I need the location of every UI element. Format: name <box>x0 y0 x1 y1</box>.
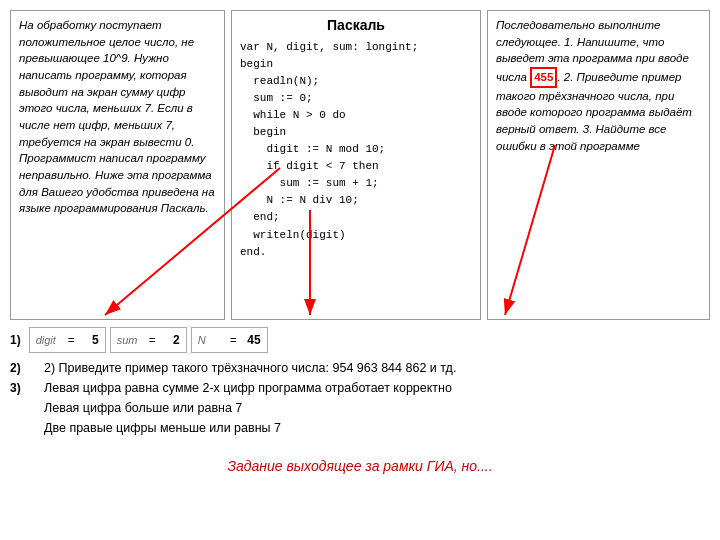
code-block: var N, digit, sum: longint; begin readln… <box>240 39 472 261</box>
var-box-n: N = 45 <box>191 327 268 353</box>
right-panel: Последовательно выполните следующее. 1. … <box>487 10 710 320</box>
vars-row: 1) digit = 5 sum = 2 N = 45 <box>10 326 710 354</box>
var-n-eq: = <box>230 333 237 347</box>
right-panel-text: Последовательно выполните следующее. 1. … <box>496 17 701 154</box>
code-line-5: while N > 0 do <box>240 107 472 124</box>
left-panel: На обработку поступает положительное цел… <box>10 10 225 320</box>
panel-title: Паскаль <box>240 17 472 33</box>
var-sum-label: sum <box>117 334 145 346</box>
var-digit-eq: = <box>68 333 75 347</box>
code-line-2: begin <box>240 56 472 73</box>
var-n-val: 45 <box>241 333 261 347</box>
middle-panel: Паскаль var N, digit, sum: longint; begi… <box>231 10 481 320</box>
code-line-3: readln(N); <box>240 73 472 90</box>
code-line-13: end. <box>240 244 472 261</box>
num-label-1: 1) <box>10 333 21 347</box>
var-sum-eq: = <box>149 333 156 347</box>
bottom-task: Задание выходящее за рамки ГИА, но.... <box>10 458 710 474</box>
code-line-9: sum := sum + 1; <box>240 175 472 192</box>
top-section: На обработку поступает положительное цел… <box>10 10 710 320</box>
bottom-task-text: Задание выходящее за рамки ГИА, но.... <box>227 458 492 474</box>
var-digit-label: digit <box>36 334 64 346</box>
num-2: 2) <box>10 358 38 378</box>
numbered-section: 2) 3) 2) Приведите пример такого трёхзна… <box>10 358 710 438</box>
num-labels-col: 2) 3) <box>10 358 38 438</box>
code-line-4: sum := 0; <box>240 90 472 107</box>
text-section: 2) Приведите пример такого трёхзначного … <box>44 358 710 438</box>
item2-line1: 2) Приведите пример такого трёхзначного … <box>44 358 710 378</box>
code-line-1: var N, digit, sum: longint; <box>240 39 472 56</box>
code-line-6: begin <box>240 124 472 141</box>
code-line-11: end; <box>240 209 472 226</box>
item2-line3: Левая цифра больше или равна 7 <box>44 398 710 418</box>
var-box-digit: digit = 5 <box>29 327 106 353</box>
highlight-number: 455 <box>530 67 557 88</box>
code-line-7: digit := N mod 10; <box>240 141 472 158</box>
code-line-10: N := N div 10; <box>240 192 472 209</box>
var-digit-val: 5 <box>79 333 99 347</box>
left-panel-text: На обработку поступает положительное цел… <box>19 17 216 217</box>
right-text-after: . 2. Приведите пример такого трёхзначног… <box>496 71 692 152</box>
var-box-sum: sum = 2 <box>110 327 187 353</box>
code-line-8: if digit < 7 then <box>240 158 472 175</box>
code-line-12: writeln(digit) <box>240 227 472 244</box>
main-container: На обработку поступает положительное цел… <box>0 0 720 540</box>
var-n-label: N <box>198 334 226 346</box>
var-sum-val: 2 <box>160 333 180 347</box>
item2-line4: Две правые цифры меньше или равны 7 <box>44 418 710 438</box>
num-3: 3) <box>10 378 38 398</box>
item2-line2: Левая цифра равна сумме 2-х цифр програм… <box>44 378 710 398</box>
